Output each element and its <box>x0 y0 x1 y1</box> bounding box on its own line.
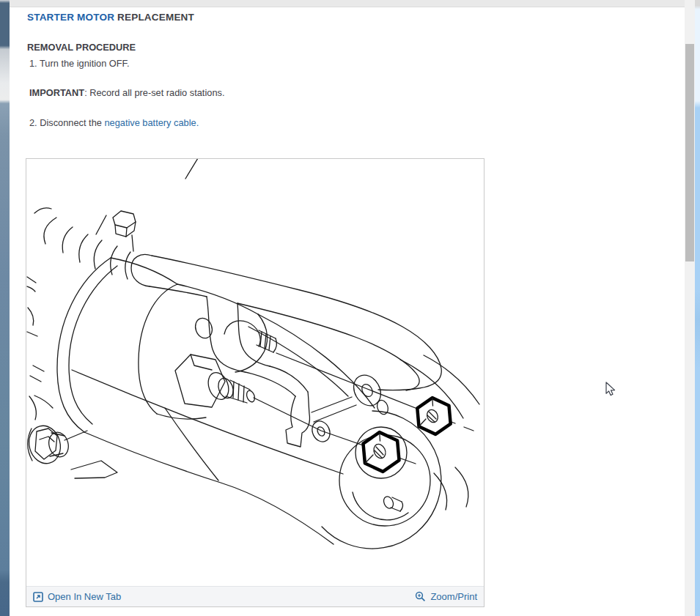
background-window-right-edge <box>695 0 700 616</box>
title-link-starter-motor[interactable]: STARTER MOTOR <box>27 12 114 23</box>
important-text: : Record all pre-set radio stations. <box>84 87 224 98</box>
removal-procedure-heading: REMOVAL PROCEDURE <box>27 42 136 53</box>
step-2-text: 2. Disconnect the negative battery cable… <box>29 117 199 128</box>
background-window-left-edge <box>0 0 10 616</box>
important-note: IMPORTANT: Record all pre-set radio stat… <box>29 87 224 98</box>
vertical-scrollbar-thumb[interactable] <box>685 44 694 261</box>
important-label: IMPORTANT <box>29 87 84 98</box>
open-in-new-tab-button[interactable]: Open In New Tab <box>33 591 121 602</box>
top-divider-bar <box>10 0 685 7</box>
open-in-new-tab-icon <box>33 592 43 602</box>
title-rest: REPLACEMENT <box>114 12 194 23</box>
figure-toolbar: Open In New Tab Zoom/Print <box>26 586 484 606</box>
step-1-text: 1. Turn the ignition OFF. <box>29 58 130 69</box>
starter-motor-illustration <box>26 159 484 586</box>
magnifier-plus-icon <box>415 591 426 602</box>
page-title: STARTER MOTOR REPLACEMENT <box>27 12 194 23</box>
vertical-scrollbar-track[interactable] <box>685 0 695 616</box>
screen: STARTER MOTOR REPLACEMENT REMOVAL PROCED… <box>0 0 700 616</box>
figure-frame: Open In New Tab Zoom/Print <box>26 158 485 607</box>
zoom-print-label: Zoom/Print <box>430 591 477 602</box>
cursor-arrow <box>605 382 616 397</box>
open-in-new-tab-label: Open In New Tab <box>48 591 121 602</box>
zoom-print-button[interactable]: Zoom/Print <box>415 591 477 602</box>
step-2-prefix: 2. Disconnect the <box>29 117 104 128</box>
negative-battery-cable-link[interactable]: negative battery cable. <box>104 117 199 128</box>
